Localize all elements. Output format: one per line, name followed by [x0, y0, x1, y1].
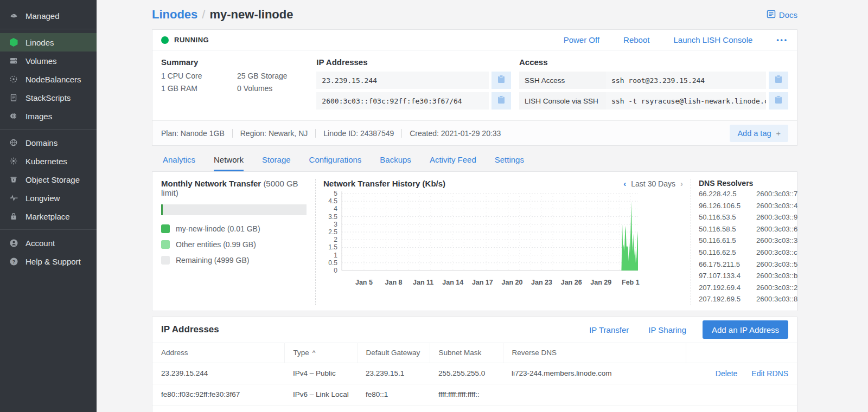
edit-rdns-button[interactable]: Edit RDNS	[751, 369, 788, 378]
dns-row: 207.192.69.42600:3c03::2	[699, 282, 793, 294]
range-label: Last 30 Days	[631, 179, 675, 188]
cell-type: IPv4 – Public	[284, 363, 357, 384]
sidebar-item-kubernetes[interactable]: Kubernetes	[0, 152, 97, 170]
column-header-type[interactable]: Type^	[284, 343, 357, 363]
svg-text:0.5: 0.5	[328, 259, 337, 267]
summary-storage: 25 GB Storage	[237, 72, 316, 80]
legend-swatch-green	[161, 224, 170, 233]
ip-transfer-link[interactable]: IP Transfer	[589, 325, 629, 334]
managed-icon	[8, 11, 19, 20]
svg-text:Jan 17: Jan 17	[472, 279, 493, 286]
lish-console-label: LISH Console via SSH	[519, 92, 606, 110]
copy-ipv4-button[interactable]	[492, 72, 511, 89]
sidebar-item-images[interactable]: Images	[0, 107, 97, 125]
marketplace-icon	[8, 212, 19, 221]
tab-settings[interactable]: Settings	[495, 146, 524, 171]
cell-type: IPv6 – SLAAC	[284, 405, 357, 412]
dns-row: 207.192.69.52600:3c03::8	[699, 293, 793, 305]
sidebar-divider	[0, 229, 97, 230]
copy-lish-button[interactable]	[769, 92, 788, 110]
table-row-ipv6-link-local: fe80::f03c:92ff:fe30:3f67 IPv6 – Link Lo…	[152, 384, 797, 405]
status-badge: RUNNING	[174, 36, 209, 44]
region-label: Region: Newark, NJ	[240, 129, 308, 138]
meta-divider	[232, 129, 233, 138]
sidebar-item-volumes[interactable]: Volumes	[0, 52, 97, 70]
ip-addresses-panel: IP Addresses IP Transfer IP Sharing Add …	[152, 317, 797, 412]
sidebar-item-nodebalancers[interactable]: NodeBalancers	[0, 70, 97, 88]
sidebar-item-help-support[interactable]: ? Help & Support	[0, 252, 97, 271]
legend-item-remaining: Remaining (4999 GB)	[161, 256, 307, 265]
dns-resolvers-title: DNS Resolvers	[699, 179, 793, 188]
sidebar-item-account[interactable]: Account	[0, 234, 97, 252]
docs-icon	[767, 10, 776, 20]
docs-link[interactable]: Docs	[767, 10, 797, 20]
sidebar-item-longview[interactable]: Longview	[0, 189, 97, 207]
dns-row: 50.116.58.52600:3c03::6	[699, 223, 793, 235]
range-next-chevron-icon[interactable]: ›	[680, 179, 683, 188]
tab-backups[interactable]: Backups	[380, 146, 411, 171]
sidebar-item-linodes[interactable]: Linodes	[0, 33, 97, 52]
sidebar-item-managed[interactable]: Managed	[0, 7, 97, 25]
volumes-icon	[8, 56, 19, 65]
tab-storage[interactable]: Storage	[262, 146, 291, 171]
plan-label: Plan: Nanode 1GB	[161, 129, 225, 138]
tab-network[interactable]: Network	[214, 146, 244, 171]
column-header-actions	[686, 343, 797, 363]
domains-icon	[8, 138, 19, 147]
monthly-transfer-title: Monthly Network Transfer (5000 GB limit)	[161, 179, 307, 197]
linode-detail-card: RUNNING Power Off Reboot Launch LISH Con…	[152, 29, 797, 146]
dns-row: 50.116.61.52600:3c03::3	[699, 235, 793, 247]
breadcrumb: Linodes / my-new-linode	[152, 8, 293, 22]
reboot-button[interactable]: Reboot	[623, 35, 649, 44]
ssh-access-label: SSH Access	[519, 72, 606, 89]
ip-table-title: IP Addresses	[161, 324, 219, 335]
transfer-progress-fill	[161, 204, 163, 215]
lish-console-value: ssh -t rsyracuse@lish-newark.linode.com	[606, 92, 766, 110]
status-dot	[161, 36, 169, 44]
legend-item-other: Other entities (0.99 GB)	[161, 240, 307, 249]
sidebar-item-domains[interactable]: Domains	[0, 133, 97, 152]
launch-lish-console-button[interactable]: Launch LISH Console	[673, 35, 752, 44]
copy-ssh-button[interactable]	[769, 72, 788, 89]
meta-divider	[315, 129, 316, 138]
delete-ip-button[interactable]: Delete	[716, 369, 737, 378]
sidebar-item-object-storage[interactable]: Object Storage	[0, 170, 97, 189]
object-storage-bucket-icon	[8, 175, 19, 184]
add-ip-address-button[interactable]: Add an IP Address	[703, 320, 788, 339]
add-tag-button[interactable]: Add a tag +	[730, 125, 788, 142]
copy-ipv6-button[interactable]	[492, 92, 511, 110]
sidebar-item-stackscripts[interactable]: StackScripts	[0, 88, 97, 107]
svg-text:1: 1	[334, 252, 337, 259]
meta-divider	[401, 129, 402, 138]
svg-text:Jan 8: Jan 8	[385, 279, 403, 286]
ipv6-address-value: 2600:3c03::f03c:92ff:fe30:3f67/64	[316, 92, 489, 110]
sidebar-item-marketplace[interactable]: Marketplace	[0, 207, 97, 226]
ip-sharing-link[interactable]: IP Sharing	[648, 325, 686, 334]
summary-volumes: 0 Volumes	[237, 84, 316, 93]
tab-analytics[interactable]: Analytics	[163, 146, 195, 171]
svg-text:2: 2	[334, 236, 337, 243]
cell-subnet: 255.255.255.0	[430, 363, 503, 384]
sidebar-divider	[0, 29, 97, 29]
images-icon	[8, 112, 19, 120]
cell-gateway: 23.239.15.1	[357, 363, 430, 384]
tab-configurations[interactable]: Configurations	[309, 146, 362, 171]
tab-activity-feed[interactable]: Activity Feed	[430, 146, 476, 171]
breadcrumb-linodes-link[interactable]: Linodes	[152, 8, 197, 22]
dns-row: 97.107.133.42600:3c03::b	[699, 270, 793, 282]
date-range-picker: ‹ Last 30 Days ›	[623, 179, 683, 188]
network-panel: Monthly Network Transfer (5000 GB limit)…	[152, 171, 797, 311]
ssh-access-value: ssh root@23.239.15.244	[606, 72, 766, 89]
power-off-button[interactable]: Power Off	[564, 35, 599, 44]
sort-ascending-icon: ^	[312, 349, 316, 357]
cell-address: 23.239.15.244	[152, 363, 284, 384]
sidebar: Managed Linodes Volumes NodeBalancers St…	[0, 0, 97, 412]
cell-subnet: ffff:ffff:ffff:ffff::	[430, 384, 503, 405]
dns-row: 50.116.62.52600:3c03::c	[699, 247, 793, 259]
more-actions-button[interactable]: •••	[776, 36, 788, 44]
svg-text:4.5: 4.5	[328, 197, 337, 205]
clipboard-icon	[775, 95, 782, 106]
legend-swatch-lightgreen	[161, 240, 170, 249]
range-prev-chevron-icon[interactable]: ‹	[623, 179, 626, 188]
cell-type: IPv6 – Link Local	[284, 384, 357, 405]
